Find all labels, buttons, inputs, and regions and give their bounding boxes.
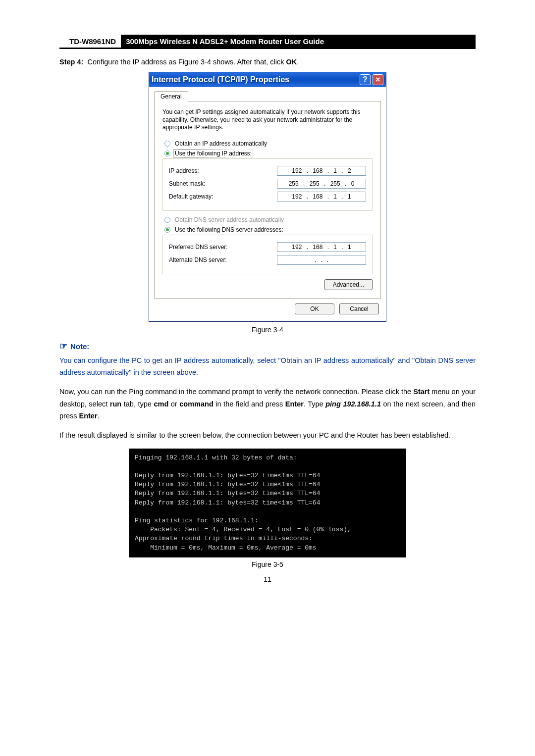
pointer-icon: ☞: [59, 341, 67, 351]
dialog-title: Internet Protocol (TCP/IP) Properties: [152, 75, 289, 84]
radio-obtain-dns-auto: Obtain DNS server address automatically: [164, 216, 373, 224]
command-prompt-output: Pinging 192.168.1.1 with 32 bytes of dat…: [129, 449, 406, 557]
step-label: Step 4:: [59, 58, 83, 66]
subnet-mask-label: Subnet mask:: [169, 180, 205, 187]
radio-icon: [164, 227, 170, 233]
radio-icon: [164, 217, 170, 223]
tab-bar: General: [154, 91, 381, 101]
tab-panel: You can get IP settings assigned automat…: [154, 101, 381, 299]
cancel-button[interactable]: Cancel: [339, 303, 379, 314]
default-gateway-field[interactable]: 192 . 168 . 1 . 1: [277, 192, 366, 202]
note-heading: ☞Note:: [59, 341, 476, 352]
alternate-dns-field[interactable]: . . .: [277, 255, 366, 265]
advanced-button[interactable]: Advanced...: [324, 279, 373, 290]
tab-general[interactable]: General: [154, 91, 188, 101]
radio-use-following-ip[interactable]: Use the following IP address:: [164, 150, 373, 157]
figure-3-5-caption: Figure 3-5: [59, 560, 476, 568]
settings-description: You can get IP settings assigned automat…: [162, 108, 373, 132]
subnet-mask-field[interactable]: 255 . 255 . 255 . 0: [277, 179, 366, 189]
paragraph-result: If the result displayed is similar to th…: [59, 429, 476, 442]
preferred-dns-label: Preferred DNS server:: [169, 244, 228, 251]
step-line: Step 4: Configure the IP address as Figu…: [59, 58, 476, 66]
close-button[interactable]: ×: [373, 74, 383, 85]
model-number: TD-W8961ND: [59, 35, 121, 48]
ip-address-field[interactable]: 192 . 168 . 1 . 2: [277, 166, 366, 176]
radio-use-following-dns[interactable]: Use the following DNS server addresses:: [164, 226, 373, 234]
ip-group: IP address: 192 . 168 . 1 . 2 Subnet mas…: [162, 158, 373, 211]
tcpip-properties-dialog: Internet Protocol (TCP/IP) Properties ? …: [149, 72, 386, 322]
default-gateway-label: Default gateway:: [169, 193, 213, 200]
dns-group: Preferred DNS server: 192 . 168 . 1 . 1 …: [162, 235, 373, 274]
figure-3-4-caption: Figure 3-4: [59, 326, 476, 334]
dialog-titlebar: Internet Protocol (TCP/IP) Properties ? …: [149, 72, 386, 87]
radio-icon: [164, 151, 170, 156]
radio-obtain-ip-auto[interactable]: Obtain an IP address automatically: [164, 140, 373, 148]
page-number: 11: [59, 575, 476, 583]
note-body: You can configure the PC to get an IP ad…: [59, 354, 476, 379]
radio-icon: [164, 141, 170, 147]
guide-title: 300Mbps Wireless N ADSL2+ Modem Router U…: [121, 35, 476, 48]
paragraph-ping-instructions: Now, you can run the Ping command in the…: [59, 386, 476, 422]
preferred-dns-field[interactable]: 192 . 168 . 1 . 1: [277, 242, 366, 252]
ip-address-label: IP address:: [169, 167, 199, 174]
ok-button[interactable]: OK: [295, 303, 334, 314]
help-button[interactable]: ?: [360, 74, 371, 85]
page-header: TD-W8961ND 300Mbps Wireless N ADSL2+ Mod…: [59, 35, 476, 49]
alternate-dns-label: Alternate DNS server:: [169, 256, 227, 263]
